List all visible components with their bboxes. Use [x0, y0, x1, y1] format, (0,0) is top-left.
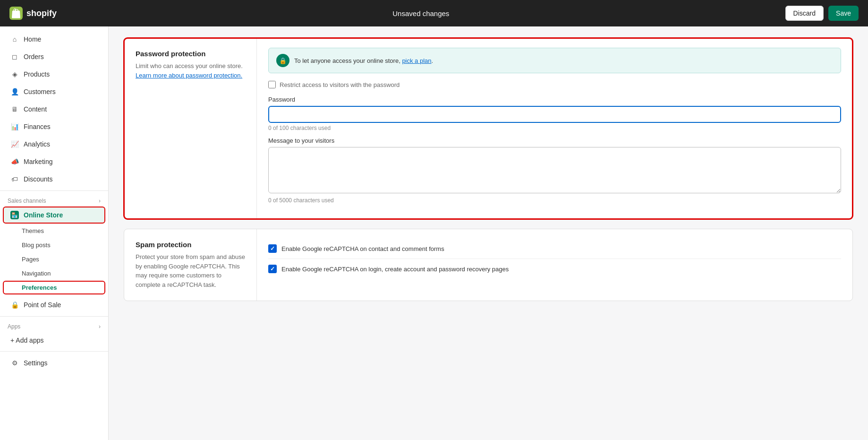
- password-card-left: Password protection Limit who can access…: [124, 38, 256, 219]
- spam-card-inner: Spam protection Protect your store from …: [124, 229, 852, 301]
- spam-checkbox-row-2: Enable Google reCAPTCHA on login, create…: [268, 259, 841, 279]
- online-store-icon: 🏪: [10, 211, 19, 219]
- password-field: Password 0 of 100 characters used: [268, 96, 841, 131]
- chevron-right-icon: ›: [99, 198, 101, 204]
- message-textarea[interactable]: [268, 147, 841, 193]
- restrict-checkbox[interactable]: [268, 81, 276, 88]
- settings-icon: ⚙: [10, 359, 19, 367]
- recaptcha-login-label: Enable Google reCAPTCHA on login, create…: [281, 266, 509, 273]
- sidebar-item-settings[interactable]: ⚙ Settings: [3, 354, 105, 371]
- restrict-label: Restrict access to visitors with the pas…: [280, 81, 400, 88]
- home-icon: ⌂: [10, 35, 19, 43]
- learn-more-link[interactable]: Learn more about password protection.: [136, 72, 242, 79]
- sidebar-sub-item-pages[interactable]: Pages: [3, 252, 105, 266]
- main-content: Password protection Limit who can access…: [109, 26, 868, 440]
- sidebar-item-label: Home: [24, 35, 41, 43]
- banner-text: To let anyone access your online store, …: [294, 57, 433, 64]
- message-char-count: 0 of 5000 characters used: [268, 197, 841, 204]
- visitor-message-field: Message to your visitors 0 of 5000 chara…: [268, 137, 841, 204]
- sidebar-item-home[interactable]: ⌂ Home: [3, 31, 105, 48]
- password-section-desc: Limit who can access your online store. …: [136, 61, 245, 80]
- sidebar-item-label: Products: [24, 70, 50, 78]
- password-card-right: 🔒 To let anyone access your online store…: [256, 38, 852, 219]
- marketing-icon: 📣: [10, 157, 19, 166]
- chevron-right-icon-2: ›: [99, 323, 101, 330]
- recaptcha-contact-checkbox[interactable]: [268, 244, 277, 253]
- sidebar-item-label: Point of Sale: [24, 301, 61, 309]
- sidebar-sub-item-blog-posts[interactable]: Blog posts: [3, 238, 105, 252]
- topbar: shopify Unsaved changes Discard Save: [0, 0, 868, 26]
- sidebar-item-finances[interactable]: 📊 Finances: [3, 118, 105, 135]
- password-input[interactable]: [268, 106, 841, 123]
- recaptcha-contact-label: Enable Google reCAPTCHA on contact and c…: [281, 245, 444, 252]
- pick-plan-link[interactable]: pick a plan: [402, 57, 431, 64]
- apps-section: Apps ›: [0, 319, 108, 332]
- password-desc-text: Limit who can access your online store.: [136, 62, 243, 69]
- products-icon: ◈: [10, 70, 19, 78]
- topbar-title: Unsaved changes: [392, 9, 449, 17]
- restrict-access-row: Restrict access to visitors with the pas…: [268, 81, 841, 88]
- sidebar-item-pos[interactable]: 🔒 Point of Sale: [3, 296, 105, 313]
- app-body: ⌂ Home ◻ Orders ◈ Products 👤 Customers 🖥…: [0, 26, 868, 440]
- spam-protection-card: Spam protection Protect your store from …: [124, 229, 853, 301]
- sidebar-item-discounts[interactable]: 🏷 Discounts: [3, 171, 105, 188]
- sidebar-item-label: Customers: [24, 88, 56, 95]
- message-label: Message to your visitors: [268, 137, 841, 144]
- recaptcha-login-checkbox[interactable]: [268, 265, 277, 273]
- discounts-icon: 🏷: [10, 175, 19, 183]
- sidebar-sub-item-navigation[interactable]: Navigation: [3, 267, 105, 280]
- themes-label: Themes: [22, 227, 44, 234]
- analytics-icon: 📈: [10, 140, 19, 148]
- sidebar-divider-1: [0, 190, 108, 191]
- sidebar-item-analytics[interactable]: 📈 Analytics: [3, 136, 105, 153]
- sidebar-divider-2: [0, 316, 108, 317]
- sidebar-item-customers[interactable]: 👤 Customers: [3, 83, 105, 100]
- pages-label: Pages: [22, 256, 39, 263]
- save-button[interactable]: Save: [828, 6, 859, 21]
- spam-card-right: Enable Google reCAPTCHA on contact and c…: [256, 229, 852, 301]
- blog-posts-label: Blog posts: [22, 242, 51, 249]
- add-apps-label: + Add apps: [10, 336, 43, 344]
- finances-icon: 📊: [10, 122, 19, 131]
- preferences-label: Preferences: [22, 284, 57, 291]
- sidebar-item-label: Content: [24, 105, 47, 113]
- spam-section-desc: Protect your store from spam and abuse b…: [136, 252, 245, 289]
- sidebar-item-label: Marketing: [24, 158, 52, 165]
- sidebar-item-label: Online Store: [24, 211, 63, 219]
- sales-channels-label: Sales channels: [8, 198, 46, 204]
- lock-icon: 🔒: [276, 54, 289, 67]
- password-card-inner: Password protection Limit who can access…: [124, 38, 852, 219]
- sidebar-sub-item-preferences[interactable]: Preferences: [3, 281, 105, 294]
- sidebar-item-content[interactable]: 🖥 Content: [3, 101, 105, 118]
- logo-text: shopify: [26, 9, 57, 18]
- sidebar-item-label: Analytics: [24, 140, 50, 148]
- sidebar-item-products[interactable]: ◈ Products: [3, 66, 105, 83]
- sidebar-item-label: Finances: [24, 123, 51, 130]
- spam-section-title: Spam protection: [136, 241, 245, 249]
- info-banner: 🔒 To let anyone access your online store…: [268, 48, 841, 73]
- sidebar-divider-3: [0, 351, 108, 352]
- topbar-actions: Discard Save: [785, 6, 859, 21]
- sidebar: ⌂ Home ◻ Orders ◈ Products 👤 Customers 🖥…: [0, 26, 109, 440]
- sidebar-item-label: Settings: [24, 359, 48, 367]
- sidebar-sub-item-themes[interactable]: Themes: [3, 224, 105, 238]
- logo: shopify: [9, 7, 57, 20]
- customers-icon: 👤: [10, 87, 19, 96]
- sales-channels-section: Sales channels ›: [0, 194, 108, 206]
- navigation-label: Navigation: [22, 270, 51, 277]
- pos-icon: 🔒: [10, 301, 19, 309]
- sidebar-item-label: Orders: [24, 53, 44, 60]
- spam-checkbox-row-1: Enable Google reCAPTCHA on contact and c…: [268, 239, 841, 259]
- sidebar-item-marketing[interactable]: 📣 Marketing: [3, 153, 105, 170]
- password-protection-card: Password protection Limit who can access…: [124, 38, 853, 219]
- apps-section-label: Apps: [8, 323, 20, 330]
- password-section-title: Password protection: [136, 50, 245, 58]
- discard-button[interactable]: Discard: [785, 6, 824, 21]
- orders-icon: ◻: [10, 52, 19, 61]
- spam-card-left: Spam protection Protect your store from …: [124, 229, 256, 301]
- content-icon: 🖥: [10, 105, 19, 113]
- sidebar-item-online-store[interactable]: 🏪 Online Store: [3, 207, 105, 224]
- sidebar-item-add-apps[interactable]: + Add apps: [3, 332, 105, 348]
- sidebar-item-orders[interactable]: ◻ Orders: [3, 48, 105, 65]
- password-label: Password: [268, 96, 841, 103]
